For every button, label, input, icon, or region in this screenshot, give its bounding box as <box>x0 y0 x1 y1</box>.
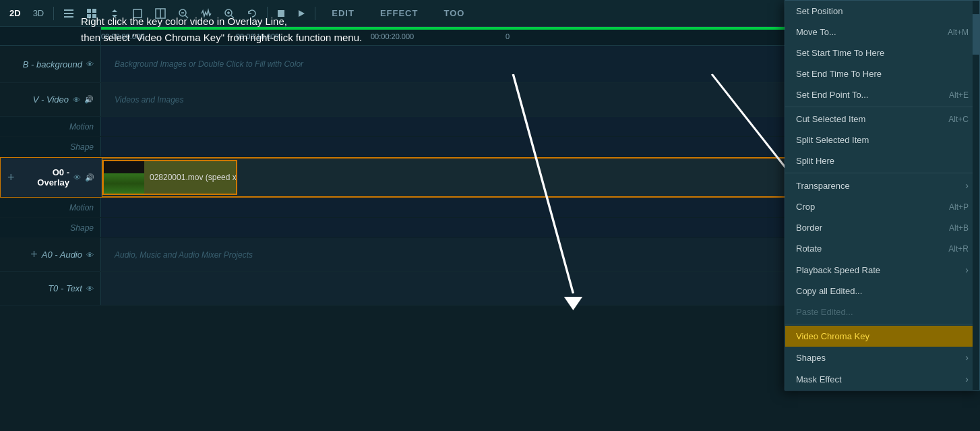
add-audio-btn[interactable]: + <box>30 248 38 262</box>
svg-rect-6 <box>64 16 73 18</box>
menu-item-video-chroma-key[interactable]: Video Chroma Key <box>785 326 979 347</box>
menu-item-copy-all-edited[interactable]: Copy all Edited... <box>785 281 979 301</box>
track-label-audio: + A0 - Audio 👁 <box>0 238 101 271</box>
svg-rect-8 <box>92 9 96 13</box>
btn-grid-view[interactable] <box>82 7 101 20</box>
context-menu: Set PositionMove To...Alt+MSet Start Tim… <box>785 0 980 391</box>
scrollbar-thumb[interactable] <box>973 14 979 55</box>
menu-item-border[interactable]: BorderAlt+B <box>785 217 979 238</box>
overlay-clip[interactable]: 02820001.mov (speed x 1.00) <box>102 160 237 195</box>
speaker-icon-overlay[interactable]: 🔊 <box>85 173 94 182</box>
menu-item-label-paste-edited: Paste Edited... <box>796 307 853 317</box>
scrollbar-track <box>973 1 979 390</box>
menu-item-shapes[interactable]: Shapes› <box>785 347 979 368</box>
btn-zoom-out[interactable] <box>174 7 193 20</box>
menu-item-set-position[interactable]: Set Position <box>785 1 979 22</box>
menu-item-label-set-end-point: Set End Point To... <box>796 90 868 100</box>
menu-item-label-shapes: Shapes <box>796 353 826 363</box>
menu-item-label-transparence: Transparence <box>796 181 850 191</box>
menu-item-label-split-here: Split Here <box>796 156 834 166</box>
speaker-icon-video[interactable]: 🔊 <box>84 95 94 104</box>
clip-waveform <box>104 173 144 194</box>
menu-item-label-mask-effect: Mask Effect <box>796 374 842 384</box>
menu-item-transparence[interactable]: Transparence› <box>785 175 979 196</box>
eye-icon-text[interactable]: 👁 <box>86 285 94 293</box>
menu-item-split-here[interactable]: Split Here <box>785 150 979 171</box>
video-placeholder: Videos and Images <box>115 95 184 105</box>
menu-item-split-selected[interactable]: Split Selected Item <box>785 130 979 150</box>
svg-rect-10 <box>92 14 96 18</box>
menu-item-shortcut-cut-selected: Alt+C <box>948 115 969 124</box>
tab-effect[interactable]: EFFECT <box>369 4 429 22</box>
menu-item-rotate[interactable]: RotateAlt+R <box>785 238 979 259</box>
btn-3d[interactable]: 3D <box>29 7 49 20</box>
menu-item-shortcut-set-end-point: Alt+E <box>949 90 969 100</box>
svg-rect-4 <box>64 9 73 11</box>
btn-sort[interactable] <box>105 7 124 20</box>
main-container: Right click the key color video in Overl… <box>0 0 980 431</box>
menu-item-label-move-to: Move To... <box>796 27 836 37</box>
menu-item-cut-selected[interactable]: Cut Selected ItemAlt+C <box>785 109 979 130</box>
btn-waveform[interactable] <box>197 7 216 20</box>
btn-stop[interactable] <box>273 8 289 19</box>
overlay-label-text: O0 - Overlay <box>19 167 69 188</box>
menu-item-shortcut-crop: Alt+P <box>949 202 969 212</box>
menu-item-label-playback-speed: Playback Speed Rate <box>796 265 880 275</box>
btn-play[interactable] <box>293 8 309 19</box>
btn-split-view[interactable] <box>151 7 170 20</box>
menu-item-set-end-time[interactable]: Set End Time To Here <box>785 63 979 84</box>
menu-separator-after-set-end-point <box>785 107 979 107</box>
menu-item-label-copy-all-edited: Copy all Edited... <box>796 286 862 296</box>
menu-items-container: Set PositionMove To...Alt+MSet Start Tim… <box>785 1 979 390</box>
clip-thumbnail <box>104 161 144 194</box>
tab-edit[interactable]: EDIT <box>321 4 365 22</box>
tab-tool[interactable]: TOO <box>433 4 475 22</box>
menu-item-crop[interactable]: CropAlt+P <box>785 196 979 217</box>
add-overlay-btn[interactable]: + <box>7 171 15 185</box>
svg-rect-5 <box>64 13 73 14</box>
video-shape-label: Shape <box>0 137 101 156</box>
track-label-background: B - background 👁 <box>0 46 101 82</box>
svg-line-20 <box>231 16 234 18</box>
menu-item-set-end-point[interactable]: Set End Point To...Alt+E <box>785 84 979 105</box>
svg-rect-9 <box>87 14 91 18</box>
ruler-mark-1: 00:00:00.000 <box>101 32 144 40</box>
ruler-mark-3: 00:00:20.000 <box>371 32 414 40</box>
btn-rect[interactable] <box>128 7 147 20</box>
toolbar-sep-3 <box>315 7 315 20</box>
menu-item-label-set-end-time: Set End Time To Here <box>796 69 882 79</box>
menu-item-arrow-playback-speed: › <box>965 264 969 275</box>
btn-2d[interactable]: 2D <box>5 7 25 20</box>
overlay-motion-label: Motion <box>0 198 101 217</box>
menu-item-set-start-time[interactable]: Set Start Time To Here <box>785 42 979 63</box>
video-label-text: V - Video <box>33 94 69 105</box>
toolbar-sep-1 <box>53 7 54 20</box>
svg-rect-7 <box>87 9 91 13</box>
svg-line-16 <box>185 16 188 18</box>
menu-item-playback-speed[interactable]: Playback Speed Rate› <box>785 259 979 281</box>
ruler-mark-4: 0 <box>506 32 510 40</box>
menu-item-mask-effect[interactable]: Mask Effect› <box>785 368 979 390</box>
menu-item-shortcut-border: Alt+B <box>949 223 969 233</box>
svg-rect-21 <box>278 10 284 17</box>
btn-list-view[interactable] <box>59 7 78 20</box>
menu-item-label-split-selected: Split Selected Item <box>796 135 869 145</box>
menu-item-shortcut-move-to: Alt+M <box>948 28 969 37</box>
btn-undo[interactable] <box>243 7 262 20</box>
clip-label: 02820001.mov (speed x 1.00) <box>144 173 237 182</box>
menu-item-arrow-shapes: › <box>965 352 969 363</box>
eye-icon-overlay[interactable]: 👁 <box>73 173 81 181</box>
menu-item-arrow-transparence: › <box>965 180 969 191</box>
menu-separator-after-split-here <box>785 173 979 173</box>
menu-item-move-to[interactable]: Move To...Alt+M <box>785 22 979 42</box>
eye-icon-video[interactable]: 👁 <box>73 96 80 104</box>
menu-item-paste-edited: Paste Edited... <box>785 301 979 322</box>
btn-zoom-in[interactable] <box>220 7 239 20</box>
menu-item-shortcut-rotate: Alt+R <box>948 244 969 254</box>
menu-item-label-crop: Crop <box>796 202 815 212</box>
menu-item-label-set-position: Set Position <box>796 6 843 16</box>
eye-icon-background[interactable]: 👁 <box>86 60 94 68</box>
overlay-shape-label: Shape <box>0 218 101 237</box>
eye-icon-audio[interactable]: 👁 <box>86 251 94 259</box>
svg-rect-11 <box>133 9 142 18</box>
